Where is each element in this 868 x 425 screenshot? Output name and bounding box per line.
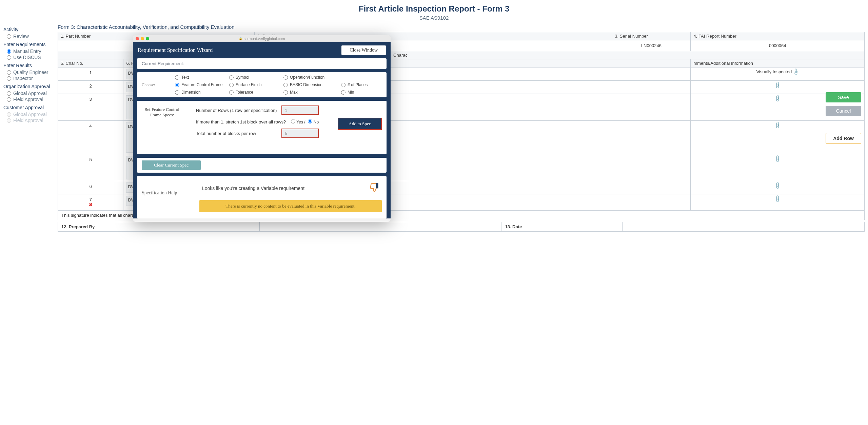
char-no: 3	[58, 94, 123, 121]
opt-surface-finish[interactable]: Surface Finish	[229, 82, 280, 87]
stretch-no[interactable]: No	[308, 119, 319, 124]
radio-quality-engineer[interactable]: Quality Engineer	[7, 70, 51, 75]
paperclip-icon[interactable]: 📎	[774, 94, 782, 102]
th-additional-info: mments/Additional Information	[691, 59, 865, 67]
val-serial: LN000246	[612, 40, 691, 51]
char-no: 1	[58, 67, 123, 81]
stretch-label: If more than 1, stretch 1st block over a…	[196, 119, 286, 124]
opt-min[interactable]: Min	[341, 90, 382, 95]
sidebar: Activity: Review Enter Requirements Manu…	[3, 24, 51, 232]
org-approval-label: Organization Approval	[3, 84, 51, 89]
modal-title: Requirement Specification Wizard	[138, 47, 213, 53]
blank-cell-2	[612, 194, 691, 210]
th-date: 13. Date	[501, 222, 623, 232]
modal-url: scrmuat.verifyglobal.com	[239, 37, 285, 41]
thumbs-down-icon	[370, 183, 379, 193]
additional-info-cell[interactable]: 📎	[691, 181, 865, 194]
num-rows-label: Number of Rows (1 row per specification)	[196, 108, 277, 113]
paperclip-icon[interactable]: 📎	[774, 154, 782, 162]
opt-places[interactable]: # of Places	[341, 82, 382, 87]
help-label: Specification Help	[142, 180, 189, 196]
additional-info-cell[interactable]: 📎	[691, 81, 865, 94]
add-row-button[interactable]: Add Row	[826, 133, 861, 144]
val-date[interactable]	[623, 222, 865, 232]
customer-approval-label: Customer Approval	[3, 105, 51, 110]
cancel-button[interactable]: Cancel	[826, 106, 861, 116]
radio-global-approval-2: Global Approval	[7, 112, 51, 117]
svg-rect-0	[376, 183, 378, 188]
radio-field-approval-2: Field Approval	[7, 118, 51, 123]
opt-text[interactable]: Text	[175, 75, 226, 80]
blocks-input[interactable]	[281, 129, 319, 138]
additional-info-cell[interactable]: 📎	[691, 194, 865, 210]
opt-dimension[interactable]: Dimension	[175, 90, 226, 95]
blank-cell-2	[612, 67, 691, 81]
blank-cell-2	[612, 154, 691, 181]
opt-operation[interactable]: Operation/Function	[283, 75, 338, 80]
opt-symbol[interactable]: Symbol	[229, 75, 280, 80]
close-window-button[interactable]: Close Window	[341, 45, 386, 55]
help-warning: There is currently no content to be eval…	[199, 200, 382, 212]
fcf-specs-label: Set Feature Control Frame Specs:	[142, 105, 182, 118]
paperclip-icon[interactable]: 📎	[774, 181, 782, 189]
form3-label: Form 3: Characteristic Accountability, V…	[58, 24, 865, 30]
th-serial: 3. Serial Number	[612, 32, 691, 40]
val-fai: 0000064	[691, 40, 865, 51]
th-prepared-by: 12. Prepared By	[58, 222, 260, 232]
minimize-icon[interactable]	[141, 37, 144, 40]
fcf-panel: Set Feature Control Frame Specs: Number …	[137, 101, 387, 154]
close-icon[interactable]	[136, 37, 139, 40]
opt-max[interactable]: Max	[283, 90, 338, 95]
num-rows-input[interactable]	[281, 105, 319, 115]
radio-manual-entry[interactable]: Manual Entry	[7, 49, 51, 54]
current-requirement-label: Current Requirement:	[142, 61, 184, 66]
choose-panel: Choose: Text Symbol Operation/Function F…	[137, 72, 387, 97]
paperclip-icon[interactable]: 📎	[774, 121, 782, 129]
action-buttons: Save Cancel Add Row	[826, 92, 861, 144]
radio-field-approval[interactable]: Field Approval	[7, 97, 51, 102]
radio-review[interactable]: Review	[7, 34, 51, 39]
choose-label: Choose:	[142, 75, 158, 88]
paperclip-icon[interactable]: 📎	[792, 67, 800, 75]
char-no: 5	[58, 154, 123, 181]
paperclip-icon[interactable]: 📎	[774, 81, 782, 89]
stretch-yes[interactable]: Yes /	[291, 119, 305, 124]
radio-global-approval[interactable]: Global Approval	[7, 91, 51, 96]
enter-req-label: Enter Requirements	[3, 42, 51, 47]
char-no: 2	[58, 81, 123, 94]
spec-wizard-modal: scrmuat.verifyglobal.com Requirement Spe…	[133, 35, 391, 222]
clear-panel: Clear Current Spec	[137, 158, 387, 173]
char-no: 7✖	[58, 194, 123, 210]
page-subtitle: SAE AS9102	[0, 15, 868, 21]
clear-spec-button[interactable]: Clear Current Spec	[142, 160, 201, 170]
th-char-no: 5. Char No.	[58, 59, 123, 67]
maximize-icon[interactable]	[146, 37, 149, 40]
help-panel: Specification Help Looks like you're cre…	[137, 176, 387, 218]
help-message: Looks like you're creating a Variable re…	[202, 186, 304, 191]
opt-tolerance[interactable]: Tolerance	[229, 90, 280, 95]
blank-cell-2	[612, 94, 691, 121]
char-no: 4	[58, 121, 123, 154]
blank-cell-2	[612, 81, 691, 94]
save-button[interactable]: Save	[826, 92, 861, 102]
current-requirement-panel: Current Requirement:	[137, 58, 387, 69]
radio-inspector[interactable]: Inspector	[7, 76, 51, 81]
modal-titlebar: scrmuat.verifyglobal.com	[133, 35, 391, 42]
val-prepared-by[interactable]	[259, 222, 501, 232]
th-fai: 4. FAI Report Number	[691, 32, 865, 40]
blank-cell-2	[612, 181, 691, 194]
delete-row-icon[interactable]: ✖	[61, 202, 120, 207]
opt-basic[interactable]: BASIC Dimension	[283, 82, 338, 87]
additional-info-cell[interactable]: 📎	[691, 154, 865, 181]
paperclip-icon[interactable]: 📎	[774, 194, 782, 202]
signature-table: 12. Prepared By 13. Date	[58, 222, 865, 232]
opt-fcf[interactable]: Feature Control Frame	[175, 82, 226, 87]
page-title: First Article Inspection Report - Form 3	[0, 0, 868, 14]
activity-label: Activity:	[3, 27, 51, 32]
additional-info-cell[interactable]: Visually Inspected 📎	[691, 67, 865, 81]
radio-use-discus[interactable]: Use DISCUS	[7, 55, 51, 60]
blank-cell-2	[612, 121, 691, 154]
enter-results-label: Enter Results	[3, 63, 51, 68]
char-no: 6	[58, 181, 123, 194]
add-to-spec-button[interactable]: Add to Spec	[338, 118, 382, 130]
